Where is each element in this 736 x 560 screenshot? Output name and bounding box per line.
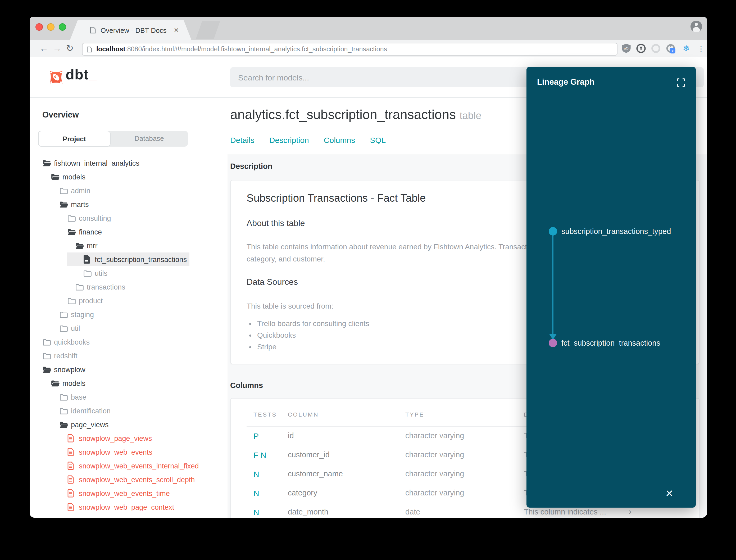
browser-window: Overview - DBT Docs × ← → ↻ localhost:80… — [30, 17, 707, 518]
sidebar-tree-item-marts[interactable]: marts — [30, 197, 228, 211]
lineage-panel-title: Lineage Graph — [537, 77, 594, 87]
sidebar-tree-item-fishtown_internal_analytics[interactable]: fishtown_internal_analytics — [30, 156, 228, 170]
sidebar-tree-item-quickbooks[interactable]: quickbooks — [30, 335, 228, 349]
power-extension-icon[interactable]: x — [666, 43, 676, 54]
window-zoom-button[interactable] — [58, 23, 66, 31]
browser-profile-avatar[interactable] — [690, 21, 702, 32]
sidebar-tree-item-snowplow_web_events[interactable]: snowplow_web_events — [30, 445, 228, 459]
lineage-node-label-upstream[interactable]: subscription_transactions_typed — [561, 227, 671, 236]
sidebar-tree-item-snowplow_web_events_internal_fixed[interactable]: snowplow_web_events_internal_fixed — [30, 459, 228, 473]
url-document-icon — [87, 46, 92, 55]
sidebar-tree-item-snowplow[interactable]: snowplow — [30, 363, 228, 376]
sidebar-tree-item-admin[interactable]: admin — [30, 184, 228, 197]
fullscreen-expand-icon[interactable] — [677, 78, 685, 87]
ublock-shield-icon[interactable]: uO — [621, 43, 632, 54]
pocket-icon[interactable] — [651, 43, 661, 54]
sources-intro: This table is sourced from: — [247, 302, 333, 310]
document-icon — [67, 489, 79, 498]
tab-close-icon[interactable]: × — [174, 25, 179, 35]
screenshot-stage: Overview - DBT Docs × ← → ↻ localhost:80… — [0, 0, 736, 560]
tab-description[interactable]: Description — [269, 136, 309, 144]
sidebar-tree-item-snowplow_web_events_time[interactable]: snowplow_web_events_time — [30, 486, 228, 500]
folder-closed-icon — [75, 283, 87, 290]
tree-item-label: redshift — [54, 352, 78, 360]
column-header-column: COLUMN — [288, 411, 405, 418]
sidebar-tree-item-redshift[interactable]: redshift — [30, 349, 228, 363]
browser-menu-icon[interactable]: ⋮ — [697, 43, 705, 55]
tab-database[interactable]: Database — [111, 131, 188, 147]
folder-open-icon — [42, 160, 54, 166]
tree-item-label: snowplow — [54, 365, 85, 373]
document-icon — [83, 255, 95, 264]
forward-icon[interactable]: → — [51, 42, 64, 56]
materialization-badge: table — [459, 110, 481, 121]
sidebar-tree-item-mrr[interactable]: mrr — [30, 239, 228, 252]
sidebar-tree-item-finance[interactable]: finance — [30, 225, 228, 239]
dbt-logo-text: dbt_ — [66, 67, 97, 83]
folder-open-icon — [51, 380, 62, 387]
tab-details[interactable]: Details — [230, 136, 255, 144]
tab-project[interactable]: Project — [38, 131, 111, 147]
lineage-close-icon[interactable]: × — [666, 486, 673, 501]
folder-open-icon — [42, 366, 54, 373]
tree-item-label: models — [62, 379, 85, 387]
tab-sql[interactable]: SQL — [370, 136, 386, 144]
data-source-item: Quickbooks — [257, 331, 369, 342]
reload-icon[interactable]: ↻ — [64, 42, 76, 56]
folder-closed-icon — [42, 338, 54, 345]
window-close-button[interactable] — [35, 23, 43, 31]
tree-item-label: admin — [71, 187, 91, 195]
tree-item-label: consulting — [79, 214, 111, 222]
window-minimize-button[interactable] — [47, 23, 55, 31]
tree-item-label: snowplow_web_events_time — [79, 489, 170, 497]
sidebar-tree-item-product[interactable]: product — [30, 294, 228, 308]
url-bar[interactable]: localhost:8080/index.html#!/model/model.… — [82, 43, 617, 56]
tab-columns[interactable]: Columns — [324, 136, 355, 144]
snowflake-icon[interactable]: ❄ — [681, 43, 692, 54]
sidebar-tree-item-util[interactable]: util — [30, 321, 228, 335]
sidebar-tree-item-utils[interactable]: utils — [30, 266, 228, 280]
folder-open-icon — [67, 228, 79, 235]
browser-tab[interactable]: Overview - DBT Docs × — [70, 20, 192, 40]
sidebar-tree-item-snowplow_web_page_context[interactable]: snowplow_web_page_context — [30, 500, 228, 514]
lineage-graph-panel: Lineage Graph subscription_transactions_… — [526, 67, 696, 508]
svg-text:x: x — [671, 48, 674, 53]
lineage-node-dot-current[interactable] — [549, 339, 557, 347]
sidebar-tree-item-models[interactable]: models — [30, 376, 228, 390]
folder-closed-icon — [42, 352, 54, 359]
sidebar-tree-item-staging[interactable]: staging — [30, 308, 228, 321]
sidebar-tree-item-models[interactable]: models — [30, 170, 228, 184]
column-name-cell: id — [288, 431, 405, 440]
row-expand-chevron-icon[interactable]: › — [629, 507, 631, 517]
column-name-cell: date_month — [288, 508, 405, 516]
sidebar-title: Overview — [42, 110, 79, 120]
type-cell: character varying — [405, 469, 524, 478]
new-tab-button[interactable] — [196, 21, 220, 39]
sidebar-file-tree: fishtown_internal_analyticsmodelsadminma… — [30, 156, 228, 514]
tree-item-label: base — [71, 393, 87, 401]
sidebar-tree-item-transactions[interactable]: transactions — [30, 280, 228, 294]
column-header-type: TYPE — [405, 411, 524, 418]
sidebar-tree-item-fct_subscription_transactions[interactable]: fct_subscription_transactions — [30, 252, 228, 266]
folder-closed-icon — [83, 270, 95, 277]
lineage-node-label-current[interactable]: fct_subscription_transactions — [561, 339, 660, 347]
folder-closed-icon — [59, 407, 71, 414]
back-icon[interactable]: ← — [38, 42, 50, 56]
column-header-tests: TESTS — [254, 411, 288, 418]
lineage-node-dot-upstream[interactable] — [549, 227, 557, 236]
tree-item-label: marts — [71, 200, 89, 208]
onepassword-icon[interactable] — [636, 43, 647, 54]
sidebar-tree-item-snowplow_page_views[interactable]: snowplow_page_views — [30, 431, 228, 445]
data-source-item: Trello boards for consulting clients — [257, 319, 369, 331]
folder-closed-icon — [59, 311, 71, 318]
avatar-head — [695, 23, 698, 26]
type-cell: character varying — [405, 431, 524, 440]
sidebar-tree-item-identification[interactable]: identification — [30, 404, 228, 418]
sidebar-tree-item-page_views[interactable]: page_views — [30, 418, 228, 431]
sidebar-tree-item-snowplow_web_events_scroll_depth[interactable]: snowplow_web_events_scroll_depth — [30, 473, 228, 486]
sidebar-tree-item-consulting[interactable]: consulting — [30, 211, 228, 225]
columns-section-header: Columns — [230, 381, 263, 390]
tree-item-label: quickbooks — [54, 338, 90, 346]
folder-open-icon — [75, 242, 87, 249]
sidebar-tree-item-base[interactable]: base — [30, 390, 228, 404]
